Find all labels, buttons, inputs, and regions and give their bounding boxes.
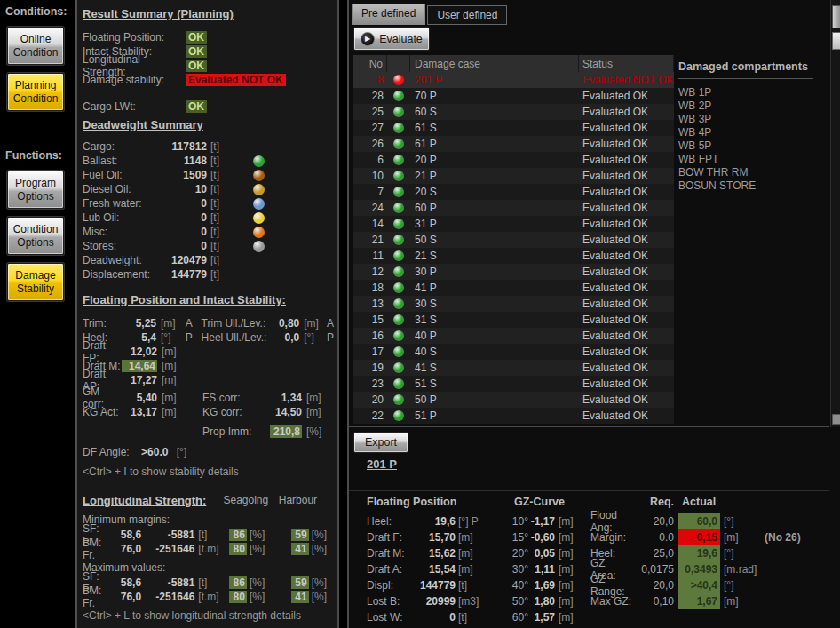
gz-unit: [m] xyxy=(559,547,574,560)
floating-value: 5,25 xyxy=(121,317,156,330)
case-icon-cell xyxy=(387,123,410,133)
status-badge: OK xyxy=(186,31,207,44)
case-status-dot-icon xyxy=(393,394,404,405)
tab-user-defined[interactable]: User defined xyxy=(427,5,507,25)
min-margins-label: Minimum margins: xyxy=(83,513,334,528)
damage-case-row[interactable]: 6 20 P Evaluated OK xyxy=(353,152,674,168)
case-number: 18 xyxy=(353,282,387,294)
deadweight-unit: [t] xyxy=(210,140,232,153)
damage-case-row[interactable]: 25 60 S Evaluated OK xyxy=(353,104,674,120)
floating-suffix: P xyxy=(186,331,194,344)
floating-suffix2: P xyxy=(327,331,334,344)
floating-unit: [m] xyxy=(162,406,186,418)
scrollbar-button[interactable] xyxy=(832,32,840,50)
fp-value: 15,70 xyxy=(413,531,456,544)
program-options-button[interactable]: Program Options xyxy=(7,171,64,209)
fp-detail-row: Draft A: 15,54 [m] xyxy=(367,561,479,577)
seagoing-pct: 80 xyxy=(229,543,247,555)
deadweight-unit: [t] xyxy=(210,155,232,167)
scrollbar-down-button[interactable] xyxy=(832,414,840,425)
case-status: Evaluated OK xyxy=(579,298,674,310)
case-name: 70 P xyxy=(410,90,579,102)
damage-case-row[interactable]: 19 41 S Evaluated OK xyxy=(353,360,674,376)
case-status: Evaluated OK xyxy=(579,266,674,278)
damage-case-row[interactable]: 23 51 S Evaluated OK xyxy=(353,376,674,392)
damage-case-row[interactable]: 14 31 P Evaluated OK xyxy=(353,216,674,232)
case-status: Evaluated NOT OK xyxy=(579,74,674,86)
gz-curve-row: 40° 1,69 [m] xyxy=(506,577,574,593)
deadweight-value: 0 xyxy=(152,197,207,210)
seagoing-pct: 86 xyxy=(229,576,247,589)
tab-pre-defined[interactable]: Pre defined xyxy=(352,4,425,25)
req-column-title: Req. xyxy=(642,496,674,508)
case-status-dot-icon xyxy=(393,75,404,85)
case-status: Evaluated OK xyxy=(579,393,674,406)
damage-case-row[interactable]: 8 201 P Evaluated NOT OK xyxy=(353,72,674,88)
damage-case-row[interactable]: 16 40 P Evaluated OK xyxy=(353,328,674,344)
damage-case-row[interactable]: 18 41 P Evaluated OK xyxy=(353,280,674,296)
condition-options-button[interactable]: Condition Options xyxy=(7,217,64,255)
fp-detail-row: Lost B: 20999 [m3] xyxy=(367,593,479,609)
damage-case-row[interactable]: 13 30 S Evaluated OK xyxy=(353,296,674,312)
compartment-item: WB 2P xyxy=(678,99,813,113)
case-icon-cell xyxy=(387,75,410,85)
damage-case-row[interactable]: 12 30 P Evaluated OK xyxy=(353,264,674,280)
category-dot-icon xyxy=(253,241,265,252)
req-label: Margin: xyxy=(590,531,633,544)
conditions-label: Conditions: xyxy=(5,5,67,18)
damage-case-row[interactable]: 20 50 P Evaluated OK xyxy=(353,392,674,408)
planning-condition-button[interactable]: Planning Condition xyxy=(7,73,64,111)
strength-row: BM: Fr. 76,0 -251646 [t.m] 80 [%] 41 [%] xyxy=(83,590,334,604)
col-damage-case: Damage case xyxy=(410,55,579,72)
evaluate-button[interactable]: ▶ Evaluate xyxy=(353,27,430,51)
case-status: Evaluated OK xyxy=(579,138,674,150)
pct-unit: [%] xyxy=(250,543,272,555)
strength-value: -251646 xyxy=(141,543,194,555)
table-scrollbar[interactable] xyxy=(830,0,840,427)
case-status: Evaluated OK xyxy=(579,234,674,246)
export-button[interactable]: Export xyxy=(353,432,408,453)
fp-detail-row: Draft F: 15,70 [m] xyxy=(367,529,479,545)
damage-case-row[interactable]: 28 70 P Evaluated OK xyxy=(353,88,674,104)
damage-panel: Pre defined User defined ▶ Evaluate No D… xyxy=(347,0,840,628)
stability-hint: <Ctrl> + I to show stability details xyxy=(83,465,334,478)
deadweight-label: Fresh water: xyxy=(83,197,152,210)
case-status-dot-icon xyxy=(393,298,404,309)
frame-value: 58,6 xyxy=(114,576,141,589)
deadweight-unit: [t] xyxy=(210,254,232,266)
floating-row: Draft FP: 12,02 [m] xyxy=(83,345,334,359)
pct-unit: [%] xyxy=(250,576,272,589)
fp-label: Draft M: xyxy=(367,547,413,560)
floating-value: 12,02 xyxy=(122,346,157,358)
seagoing-column-label: Seagoing xyxy=(223,494,278,508)
actual-unit: [m] xyxy=(724,531,763,544)
damage-case-row[interactable]: 10 21 P Evaluated OK xyxy=(353,168,674,184)
scrollbar-thumb[interactable] xyxy=(832,5,840,28)
damage-case-row[interactable]: 22 51 P Evaluated OK xyxy=(353,408,674,424)
damage-case-row[interactable]: 11 21 S Evaluated OK xyxy=(353,248,674,264)
damage-case-row[interactable]: 26 61 P Evaluated OK xyxy=(353,136,674,152)
damage-stability-button[interactable]: Damage Stability xyxy=(7,263,64,301)
fp-unit: [m3] xyxy=(458,595,479,608)
panel-divider xyxy=(820,0,820,427)
online-condition-button[interactable]: Online Condition xyxy=(7,27,64,65)
max-values-label: Maximum values: xyxy=(83,561,334,576)
damage-case-row[interactable]: 7 20 S Evaluated OK xyxy=(353,184,674,200)
frame-value: 76,0 xyxy=(114,543,141,555)
damage-case-row[interactable]: 27 61 S Evaluated OK xyxy=(353,120,674,136)
case-icon-cell xyxy=(387,266,410,277)
pct-unit: [%] xyxy=(250,591,272,603)
case-status-dot-icon xyxy=(393,155,404,165)
req-value: 0.0 xyxy=(633,531,674,544)
damage-case-row[interactable]: 24 60 P Evaluated OK xyxy=(353,200,674,216)
damage-case-row[interactable]: 21 50 S Evaluated OK xyxy=(353,232,674,248)
case-icon-cell xyxy=(387,314,410,325)
damage-case-row[interactable]: 15 31 S Evaluated OK xyxy=(353,312,674,328)
damage-case-row[interactable]: 17 40 S Evaluated OK xyxy=(353,344,674,360)
gz-curve-row: 10° -1,17 [m] xyxy=(506,513,574,529)
case-number: 23 xyxy=(353,378,387,390)
deadweight-unit: [t] xyxy=(210,169,232,181)
deadweight-value: 144779 xyxy=(152,268,207,281)
case-number: 16 xyxy=(353,330,387,342)
strength-value: -5881 xyxy=(141,529,194,541)
